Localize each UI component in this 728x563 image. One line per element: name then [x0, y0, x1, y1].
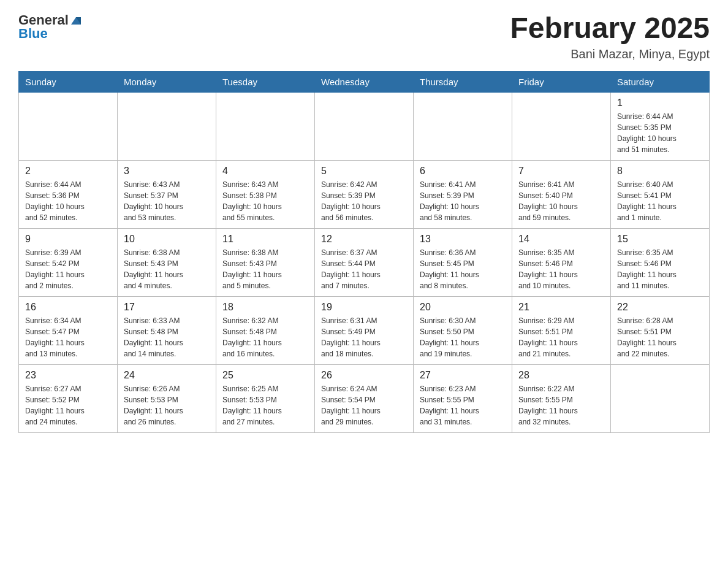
table-row: 27Sunrise: 6:23 AM Sunset: 5:55 PM Dayli…: [414, 364, 512, 432]
table-row: [611, 364, 710, 432]
day-info: Sunrise: 6:44 AM Sunset: 5:35 PM Dayligh…: [617, 111, 703, 155]
day-number: 15: [617, 234, 703, 245]
day-number: 28: [518, 370, 604, 381]
day-info: Sunrise: 6:33 AM Sunset: 5:48 PM Dayligh…: [124, 315, 210, 359]
header-friday: Friday: [512, 71, 611, 92]
calendar-week-row: 1Sunrise: 6:44 AM Sunset: 5:35 PM Daylig…: [19, 92, 710, 160]
table-row: 14Sunrise: 6:35 AM Sunset: 5:46 PM Dayli…: [512, 228, 611, 296]
table-row: 20Sunrise: 6:30 AM Sunset: 5:50 PM Dayli…: [414, 296, 512, 364]
day-info: Sunrise: 6:39 AM Sunset: 5:42 PM Dayligh…: [25, 247, 111, 291]
location-subtitle: Bani Mazar, Minya, Egypt: [510, 47, 710, 61]
title-block: February 2025 Bani Mazar, Minya, Egypt: [510, 12, 710, 61]
day-info: Sunrise: 6:31 AM Sunset: 5:49 PM Dayligh…: [321, 315, 407, 359]
table-row: 23Sunrise: 6:27 AM Sunset: 5:52 PM Dayli…: [19, 364, 118, 432]
day-info: Sunrise: 6:28 AM Sunset: 5:51 PM Dayligh…: [617, 315, 703, 359]
table-row: 3Sunrise: 6:43 AM Sunset: 5:37 PM Daylig…: [118, 160, 216, 228]
table-row: 21Sunrise: 6:29 AM Sunset: 5:51 PM Dayli…: [512, 296, 611, 364]
day-number: 5: [321, 166, 407, 177]
table-row: 16Sunrise: 6:34 AM Sunset: 5:47 PM Dayli…: [19, 296, 118, 364]
header-saturday: Saturday: [611, 71, 710, 92]
table-row: 5Sunrise: 6:42 AM Sunset: 5:39 PM Daylig…: [315, 160, 414, 228]
calendar-header-row: Sunday Monday Tuesday Wednesday Thursday…: [19, 71, 710, 92]
day-info: Sunrise: 6:38 AM Sunset: 5:43 PM Dayligh…: [222, 247, 308, 291]
day-info: Sunrise: 6:35 AM Sunset: 5:46 PM Dayligh…: [617, 247, 703, 291]
calendar-week-row: 2Sunrise: 6:44 AM Sunset: 5:36 PM Daylig…: [19, 160, 710, 228]
day-info: Sunrise: 6:36 AM Sunset: 5:45 PM Dayligh…: [420, 247, 506, 291]
day-number: 16: [25, 302, 111, 313]
day-number: 1: [617, 98, 703, 109]
table-row: 19Sunrise: 6:31 AM Sunset: 5:49 PM Dayli…: [315, 296, 414, 364]
day-info: Sunrise: 6:29 AM Sunset: 5:51 PM Dayligh…: [518, 315, 604, 359]
day-info: Sunrise: 6:30 AM Sunset: 5:50 PM Dayligh…: [420, 315, 506, 359]
day-number: 14: [518, 234, 604, 245]
day-info: Sunrise: 6:23 AM Sunset: 5:55 PM Dayligh…: [420, 383, 506, 427]
day-number: 6: [420, 166, 506, 177]
day-info: Sunrise: 6:24 AM Sunset: 5:54 PM Dayligh…: [321, 383, 407, 427]
day-info: Sunrise: 6:25 AM Sunset: 5:53 PM Dayligh…: [222, 383, 308, 427]
day-number: 27: [420, 370, 506, 381]
table-row: [315, 92, 414, 160]
logo-text-blue: Blue: [18, 26, 48, 42]
header-wednesday: Wednesday: [315, 71, 414, 92]
table-row: 17Sunrise: 6:33 AM Sunset: 5:48 PM Dayli…: [118, 296, 216, 364]
day-info: Sunrise: 6:41 AM Sunset: 5:40 PM Dayligh…: [518, 179, 604, 223]
table-row: 8Sunrise: 6:40 AM Sunset: 5:41 PM Daylig…: [611, 160, 710, 228]
table-row: [216, 92, 315, 160]
day-number: 10: [124, 234, 210, 245]
header-thursday: Thursday: [414, 71, 512, 92]
day-info: Sunrise: 6:37 AM Sunset: 5:44 PM Dayligh…: [321, 247, 407, 291]
table-row: 15Sunrise: 6:35 AM Sunset: 5:46 PM Dayli…: [611, 228, 710, 296]
header-monday: Monday: [118, 71, 216, 92]
day-info: Sunrise: 6:43 AM Sunset: 5:37 PM Dayligh…: [124, 179, 210, 223]
table-row: 9Sunrise: 6:39 AM Sunset: 5:42 PM Daylig…: [19, 228, 118, 296]
day-info: Sunrise: 6:42 AM Sunset: 5:39 PM Dayligh…: [321, 179, 407, 223]
day-info: Sunrise: 6:43 AM Sunset: 5:38 PM Dayligh…: [222, 179, 308, 223]
table-row: 18Sunrise: 6:32 AM Sunset: 5:48 PM Dayli…: [216, 296, 315, 364]
day-number: 17: [124, 302, 210, 313]
day-number: 22: [617, 302, 703, 313]
table-row: [19, 92, 118, 160]
day-info: Sunrise: 6:27 AM Sunset: 5:52 PM Dayligh…: [25, 383, 111, 427]
table-row: 10Sunrise: 6:38 AM Sunset: 5:43 PM Dayli…: [118, 228, 216, 296]
day-number: 9: [25, 234, 111, 245]
table-row: [512, 92, 611, 160]
day-number: 13: [420, 234, 506, 245]
table-row: 2Sunrise: 6:44 AM Sunset: 5:36 PM Daylig…: [19, 160, 118, 228]
logo: General Blue: [18, 12, 83, 42]
header-sunday: Sunday: [19, 71, 118, 92]
day-number: 21: [518, 302, 604, 313]
day-info: Sunrise: 6:35 AM Sunset: 5:46 PM Dayligh…: [518, 247, 604, 291]
day-number: 4: [222, 166, 308, 177]
table-row: [118, 92, 216, 160]
table-row: 28Sunrise: 6:22 AM Sunset: 5:55 PM Dayli…: [512, 364, 611, 432]
table-row: 13Sunrise: 6:36 AM Sunset: 5:45 PM Dayli…: [414, 228, 512, 296]
day-number: 20: [420, 302, 506, 313]
day-number: 3: [124, 166, 210, 177]
table-row: 22Sunrise: 6:28 AM Sunset: 5:51 PM Dayli…: [611, 296, 710, 364]
table-row: 6Sunrise: 6:41 AM Sunset: 5:39 PM Daylig…: [414, 160, 512, 228]
table-row: 24Sunrise: 6:26 AM Sunset: 5:53 PM Dayli…: [118, 364, 216, 432]
day-info: Sunrise: 6:22 AM Sunset: 5:55 PM Dayligh…: [518, 383, 604, 427]
day-number: 19: [321, 302, 407, 313]
day-info: Sunrise: 6:26 AM Sunset: 5:53 PM Dayligh…: [124, 383, 210, 427]
day-info: Sunrise: 6:34 AM Sunset: 5:47 PM Dayligh…: [25, 315, 111, 359]
table-row: [414, 92, 512, 160]
calendar-week-row: 16Sunrise: 6:34 AM Sunset: 5:47 PM Dayli…: [19, 296, 710, 364]
calendar-table: Sunday Monday Tuesday Wednesday Thursday…: [18, 71, 710, 433]
day-number: 11: [222, 234, 308, 245]
day-number: 18: [222, 302, 308, 313]
table-row: 1Sunrise: 6:44 AM Sunset: 5:35 PM Daylig…: [611, 92, 710, 160]
day-info: Sunrise: 6:32 AM Sunset: 5:48 PM Dayligh…: [222, 315, 308, 359]
day-info: Sunrise: 6:41 AM Sunset: 5:39 PM Dayligh…: [420, 179, 506, 223]
calendar-week-row: 23Sunrise: 6:27 AM Sunset: 5:52 PM Dayli…: [19, 364, 710, 432]
day-number: 2: [25, 166, 111, 177]
day-info: Sunrise: 6:38 AM Sunset: 5:43 PM Dayligh…: [124, 247, 210, 291]
logo-icon: [70, 13, 83, 27]
table-row: 7Sunrise: 6:41 AM Sunset: 5:40 PM Daylig…: [512, 160, 611, 228]
day-number: 25: [222, 370, 308, 381]
table-row: 12Sunrise: 6:37 AM Sunset: 5:44 PM Dayli…: [315, 228, 414, 296]
day-number: 8: [617, 166, 703, 177]
page-header: General Blue February 2025 Bani Mazar, M…: [18, 12, 710, 61]
header-tuesday: Tuesday: [216, 71, 315, 92]
day-number: 7: [518, 166, 604, 177]
